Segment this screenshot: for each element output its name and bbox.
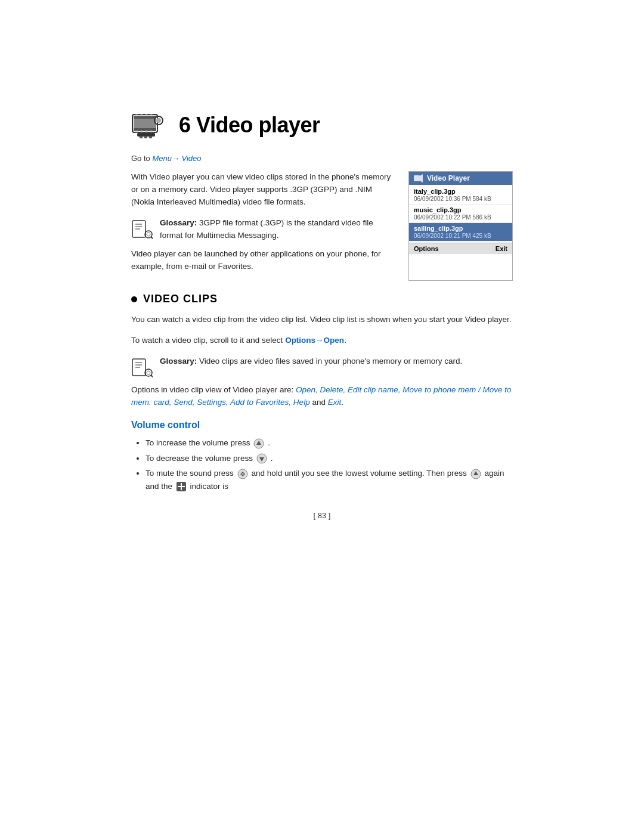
mute-icon [237, 469, 248, 479]
bullet-dot [131, 296, 137, 302]
options-open-link: Options→Open [285, 336, 344, 345]
glossary-text-1: Glossary: 3GPP file format (.3GP) is the… [160, 217, 397, 242]
video-clips-para2: To watch a video clip, scroll to it and … [131, 335, 513, 347]
options-list-para: Options in video clip view of Video play… [131, 384, 513, 409]
svg-rect-6 [145, 114, 148, 116]
svg-rect-8 [135, 131, 138, 132]
section-title: VIDEO CLIPS [143, 293, 218, 305]
svg-rect-25 [414, 175, 420, 181]
scroll-icon-2 [470, 469, 481, 479]
volume-bullet-1: To increase the volume press . [145, 436, 513, 450]
video-clips-heading: VIDEO CLIPS [131, 293, 513, 305]
svg-rect-17 [149, 136, 152, 138]
goto-line: Go to Menu→ Video [131, 154, 513, 163]
volume-bullet-list: To increase the volume press . To decrea… [131, 436, 513, 493]
phone-softkey-left: Options [414, 245, 439, 252]
page: 6 Video player Go to Menu→ Video With Vi… [0, 0, 644, 833]
main-section: With Video player you can view video cli… [131, 171, 513, 281]
svg-point-40 [242, 473, 244, 475]
svg-line-20 [151, 237, 153, 239]
svg-rect-4 [135, 114, 138, 116]
glossary-row-2: Glossary: Video clips are video files sa… [131, 355, 513, 378]
intro-text: With Video player you can view video cli… [131, 171, 397, 281]
svg-rect-7 [150, 114, 153, 116]
phone-file-item-1: italy_clip.3gp 06/09/2002 10:36 PM 584 k… [409, 186, 512, 205]
exit-link: Exit [328, 398, 342, 407]
chapter-title: 6 Video player [179, 113, 320, 138]
scroll-up-icon [253, 438, 264, 449]
svg-rect-5 [140, 114, 143, 116]
phone-title: Video Player [427, 174, 470, 182]
chapter-header: 6 Video player [131, 107, 513, 143]
svg-point-30 [147, 371, 150, 374]
svg-point-21 [147, 233, 150, 236]
phone-softkey-right: Exit [496, 245, 507, 252]
phone-softkeys: Options Exit [409, 243, 512, 254]
phone-screenshot: Video Player italy_clip.3gp 06/09/2002 1… [408, 171, 513, 281]
phone-file-item-2: music_clip.3gp 06/09/2002 10:22 PM 586 k… [409, 205, 512, 223]
glossary-icon-1 [131, 218, 153, 240]
svg-rect-9 [140, 131, 143, 132]
muted-indicator-icon [176, 481, 187, 492]
page-number: [ 83 ] [131, 511, 513, 520]
glossary-row-1: Glossary: 3GPP file format (.3GP) is the… [131, 217, 397, 242]
svg-point-13 [156, 118, 161, 123]
phone-file-item-3: sailing_clip.3gp 06/09/2002 10:21 PM 425… [409, 223, 512, 241]
menu-link: Menu→ Video [152, 154, 201, 163]
phone-file-list: italy_clip.3gp 06/09/2002 10:36 PM 584 k… [409, 185, 512, 243]
volume-bullet-3: To mute the sound press and hold until y… [145, 467, 513, 493]
phone-titlebar: Video Player [409, 172, 512, 185]
svg-rect-16 [144, 136, 147, 138]
scroll-down-icon [256, 453, 267, 464]
svg-rect-15 [140, 136, 143, 138]
volume-bullet-2: To decrease the volume press . [145, 452, 513, 465]
svg-rect-11 [150, 131, 153, 132]
glossary-text-2: Glossary: Video clips are video files sa… [160, 355, 462, 368]
video-clips-para1: You can watch a video clip from the vide… [131, 314, 513, 326]
svg-line-29 [151, 376, 153, 377]
glossary-icon-2 [131, 357, 153, 378]
intro-para2: Video player can be launched by other ap… [131, 248, 397, 273]
chapter-icon [131, 107, 167, 143]
intro-para1: With Video player you can view video cli… [131, 171, 397, 209]
svg-rect-10 [145, 131, 148, 132]
svg-marker-26 [420, 174, 423, 182]
volume-control-heading: Volume control [131, 420, 513, 431]
